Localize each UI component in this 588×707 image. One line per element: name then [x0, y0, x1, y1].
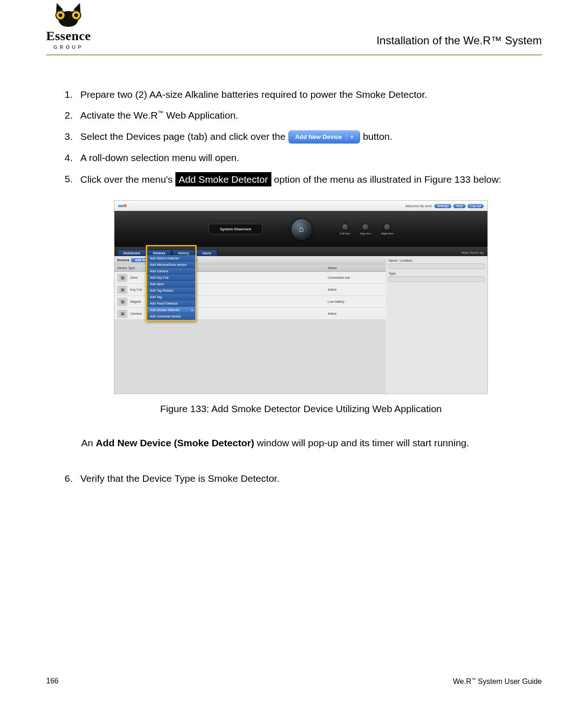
tab-dashboard[interactable]: Dashboard [117, 250, 146, 256]
logout-button[interactable]: Log out [468, 204, 484, 208]
device-icon: ▣ [117, 298, 127, 306]
app-topbar: weR Welcome Niv Amit Settings Help Log o… [114, 201, 487, 211]
mute-sound-toggle[interactable]: Mute Sound ◂)) [462, 251, 484, 255]
day-arm-label: Day Arm [360, 232, 371, 235]
name-location-field[interactable] [389, 264, 485, 269]
row-status: Connection lost [328, 276, 383, 279]
add-device-dropdown: Add Motion DetectorAdd Window/Door senso… [146, 255, 197, 321]
add-new-device-button-label: Add New Device [295, 133, 342, 141]
add-new-device-button-image: Add New Device v [288, 131, 360, 144]
dropdown-item[interactable]: Add Tag Reader [147, 288, 195, 294]
owl-icon [52, 5, 85, 28]
step-3: Select the Devices page (tab) and click … [65, 130, 537, 144]
brand-subtitle: GROUP [54, 44, 84, 50]
dropdown-item[interactable]: Add Smoke Detector [147, 307, 195, 313]
step-5-text-a: Click over the menu's [80, 174, 175, 185]
row-status: Low battery [328, 300, 383, 303]
row-status: Active [328, 288, 383, 291]
full-arm-button[interactable]: Full Arm [340, 223, 350, 235]
dropdown-item[interactable]: Add Key Fob [147, 275, 195, 281]
step-2-text-b: Web Application. [163, 110, 238, 120]
guide-sup: ™ [471, 677, 476, 682]
device-icon: ▣ [117, 274, 127, 282]
page-title: Installation of the We.R™ System [377, 34, 542, 50]
guide-title: We.R™ System User Guide [453, 677, 542, 686]
help-button[interactable]: Help [453, 204, 465, 208]
type-field[interactable] [389, 276, 485, 282]
step-5-text-b: option of the menu as illustrated in Fig… [271, 174, 501, 185]
dropdown-item[interactable]: Add Tag [147, 294, 195, 300]
guide-a: We.R [453, 677, 472, 685]
add-smoke-detector-chip: Add Smoke Detector [175, 172, 271, 186]
step-2-text-a: Activate the We.R [80, 110, 158, 120]
tm-sup: ™ [158, 110, 164, 116]
dropdown-item[interactable]: Add Window/Door sensor [147, 262, 195, 268]
page-number: 166 [46, 677, 59, 686]
night-arm-button[interactable]: Night Arm [381, 223, 393, 235]
step-2: Activate the We.R™ Web Application. [65, 108, 537, 122]
row-status: Active [328, 312, 383, 315]
brand-name: Essence [46, 29, 91, 43]
guide-b: System User Guide [476, 677, 542, 685]
full-arm-label: Full Arm [340, 232, 350, 235]
page-footer: 166 We.R™ System User Guide [46, 677, 542, 686]
logo-we: we [118, 204, 124, 208]
tab-users[interactable]: Users [196, 250, 217, 256]
page-header: Essence GROUP Installation of the We.R™ … [46, 0, 542, 55]
popup-text-a: An [81, 437, 96, 448]
popup-note: An Add New Device (Smoke Detector) windo… [81, 437, 537, 449]
dropdown-item[interactable]: Add Camera [147, 268, 195, 275]
home-icon[interactable]: ⌂ [290, 218, 312, 240]
step-5: Click over the menu's Add Smoke Detector… [65, 172, 537, 186]
dropdown-item[interactable]: Add Motion Detector [147, 255, 195, 262]
devices-panel-title: Devices [117, 258, 129, 262]
app-logo: weR [118, 204, 127, 208]
device-icon: ▣ [117, 286, 127, 294]
type-label: Type: [389, 272, 485, 275]
app-screenshot: weR Welcome Niv Amit Settings Help Log o… [114, 200, 488, 394]
welcome-text: Welcome Niv Amit [405, 204, 432, 208]
step-3-text-b: button. [363, 131, 392, 142]
step-1: Prepare two (2) AA-size Alkaline batteri… [65, 88, 537, 101]
dropdown-item[interactable]: Add Universal Device [147, 313, 195, 320]
step-3-text-a: Select the Devices page (tab) and click … [80, 131, 288, 142]
day-arm-button[interactable]: Day Arm [360, 223, 371, 235]
dropdown-item[interactable]: Add Flood Detector [147, 300, 195, 307]
step-4: A roll-down selection menu will open. [65, 151, 537, 164]
step-6: Verify that the Device Type is Smoke Det… [65, 472, 537, 485]
logo-r: R [124, 204, 127, 208]
name-location-label: Name / Location: [389, 259, 485, 262]
col-status: Status [328, 266, 383, 270]
instruction-list: Prepare two (2) AA-size Alkaline batteri… [65, 88, 537, 186]
brand-logo: Essence GROUP [46, 5, 91, 50]
popup-text-b: window will pop-up and its timer will st… [254, 437, 469, 448]
night-arm-label: Night Arm [381, 232, 393, 235]
popup-text-bold: Add New Device (Smoke Detector) [96, 437, 254, 448]
chevron-down-icon: v [347, 134, 354, 140]
figure-caption: Figure 133: Add Smoke Detector Device Ut… [65, 403, 537, 414]
settings-button[interactable]: Settings [434, 204, 451, 208]
system-status-badge: System Disarmed [209, 224, 263, 234]
dropdown-item[interactable]: Add Siren [147, 281, 195, 288]
device-details-pane: Name / Location: Type: [386, 256, 487, 394]
app-dashboard-strip: System Disarmed ⌂ Full Arm Day Arm Night… [114, 211, 487, 247]
device-icon: ▣ [117, 310, 127, 318]
